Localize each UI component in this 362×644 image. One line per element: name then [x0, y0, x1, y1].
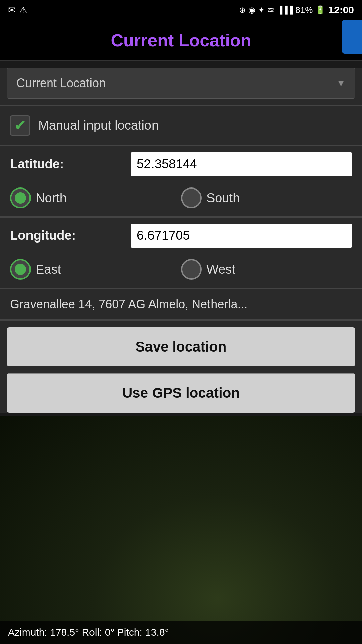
longitude-row: Longitude:: [0, 218, 362, 254]
south-option[interactable]: South: [181, 187, 352, 208]
background-area: [0, 416, 362, 644]
west-option[interactable]: West: [181, 259, 352, 280]
page-title: Current Location: [111, 31, 251, 50]
manual-input-label: Manual input location: [38, 118, 159, 133]
button-container: Save location Use GPS location: [0, 320, 362, 413]
latitude-row: Latitude:: [0, 146, 362, 182]
location-icon: ◉: [248, 5, 255, 15]
east-label: East: [36, 262, 61, 277]
north-option[interactable]: North: [10, 187, 181, 208]
warning-icon: ⚠: [19, 5, 27, 16]
save-location-button[interactable]: Save location: [7, 327, 355, 366]
east-option[interactable]: East: [10, 259, 181, 280]
latitude-input[interactable]: [131, 152, 352, 176]
status-bar-left: ✉ ⚠: [8, 5, 27, 16]
north-radio-dot: [15, 192, 26, 204]
longitude-section: Longitude: East West: [0, 217, 362, 288]
location-dropdown[interactable]: Current Location ▼: [7, 68, 355, 99]
address-text: Gravenallee 14, 7607 AG Almelo, Netherla…: [10, 297, 247, 311]
use-gps-button[interactable]: Use GPS location: [7, 373, 355, 413]
west-radio-dot: [186, 264, 197, 275]
east-radio-dot: [15, 264, 26, 275]
status-bar-right: ⊕ ◉ ✦ ≋ ▐▐▐ 81% 🔋 12:00: [239, 4, 354, 16]
south-radio-dot: [186, 192, 197, 204]
battery-percent: 81%: [295, 5, 313, 15]
address-row: Gravenallee 14, 7607 AG Almelo, Netherla…: [0, 288, 362, 319]
north-label: North: [36, 191, 67, 205]
west-label: West: [206, 262, 235, 277]
latitude-label: Latitude:: [10, 157, 124, 171]
chevron-down-icon: ▼: [336, 78, 346, 89]
status-time: 12:00: [328, 4, 354, 16]
battery-icon: 🔋: [315, 5, 325, 15]
longitude-direction-row: East West: [0, 254, 362, 288]
azimuth-status: Azimuth: 178.5° Roll: 0° Pitch: 13.8°: [8, 627, 169, 638]
latitude-section: Latitude: North South: [0, 146, 362, 216]
mail-icon: ✉: [8, 5, 16, 16]
bottom-status-bar: Azimuth: 178.5° Roll: 0° Pitch: 13.8°: [0, 621, 362, 644]
north-radio[interactable]: [10, 187, 31, 208]
longitude-label: Longitude:: [10, 228, 124, 243]
bluetooth-icon: ✦: [258, 5, 265, 15]
east-radio[interactable]: [10, 259, 31, 280]
manual-input-row[interactable]: ✔ Manual input location: [0, 106, 362, 145]
south-radio[interactable]: [181, 187, 202, 208]
gps-icon: ⊕: [239, 5, 246, 15]
app-header: Current Location: [0, 20, 362, 61]
latitude-direction-row: North South: [0, 182, 362, 216]
longitude-input[interactable]: [131, 224, 352, 248]
west-radio[interactable]: [181, 259, 202, 280]
grass-background: [0, 416, 362, 644]
status-bar: ✉ ⚠ ⊕ ◉ ✦ ≋ ▐▐▐ 81% 🔋 12:00: [0, 0, 362, 20]
wifi-icon: ≋: [267, 5, 274, 15]
checkmark-icon: ✔: [14, 118, 26, 133]
signal-icon: ▐▐▐: [277, 6, 293, 14]
manual-input-checkbox[interactable]: ✔: [10, 115, 30, 136]
main-panel: Current Location ▼ ✔ Manual input locati…: [0, 68, 362, 413]
dropdown-label: Current Location: [16, 76, 106, 90]
south-label: South: [206, 191, 240, 205]
right-edge-button[interactable]: [342, 20, 362, 54]
